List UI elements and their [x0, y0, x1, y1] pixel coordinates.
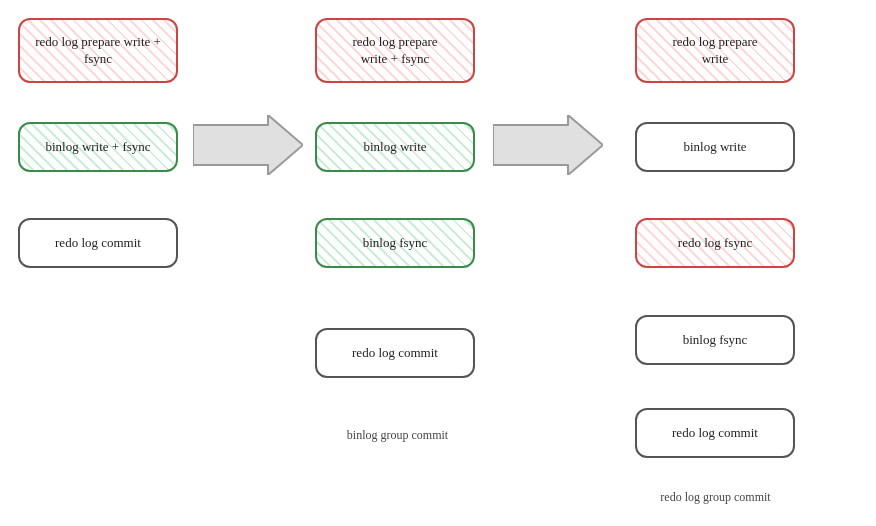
box-label: redo log commit: [55, 235, 141, 252]
box-label: binlog write: [683, 139, 746, 156]
box-redo-log-commit-3: redo log commit: [635, 408, 795, 458]
arrow-2: [493, 115, 603, 175]
box-binlog-fsync-1: binlog fsync: [315, 218, 475, 268]
box-binlog-write-fsync: binlog write + fsync: [18, 122, 178, 172]
svg-marker-1: [493, 115, 603, 175]
box-label: redo log fsync: [678, 235, 752, 252]
box-label: binlog write: [363, 139, 426, 156]
arrow-1: [193, 115, 303, 175]
box-redo-log-fsync: redo log fsync: [635, 218, 795, 268]
diagram: redo log prepare write + fsync binlog wr…: [0, 0, 876, 526]
box-label: redo log prepare write + fsync: [30, 34, 166, 68]
caption-binlog-group-commit: binlog group commit: [305, 428, 490, 443]
box-binlog-write: binlog write: [315, 122, 475, 172]
box-label: redo log preparewrite: [672, 34, 757, 68]
box-redo-log-prepare-write: redo log preparewrite: [635, 18, 795, 83]
box-redo-log-commit-2: redo log commit: [315, 328, 475, 378]
box-binlog-fsync-2: binlog fsync: [635, 315, 795, 365]
box-redo-log-prepare-2: redo log preparewrite + fsync: [315, 18, 475, 83]
box-label: redo log preparewrite + fsync: [352, 34, 437, 68]
box-redo-log-prepare-1: redo log prepare write + fsync: [18, 18, 178, 83]
box-label: binlog fsync: [363, 235, 428, 252]
box-label: redo log commit: [352, 345, 438, 362]
box-label: binlog fsync: [683, 332, 748, 349]
box-binlog-write-plain: binlog write: [635, 122, 795, 172]
box-redo-log-commit-1: redo log commit: [18, 218, 178, 268]
box-label: binlog write + fsync: [45, 139, 150, 156]
caption-redo-log-group-commit: redo log group commit: [618, 490, 813, 505]
box-label: redo log commit: [672, 425, 758, 442]
svg-marker-0: [193, 115, 303, 175]
